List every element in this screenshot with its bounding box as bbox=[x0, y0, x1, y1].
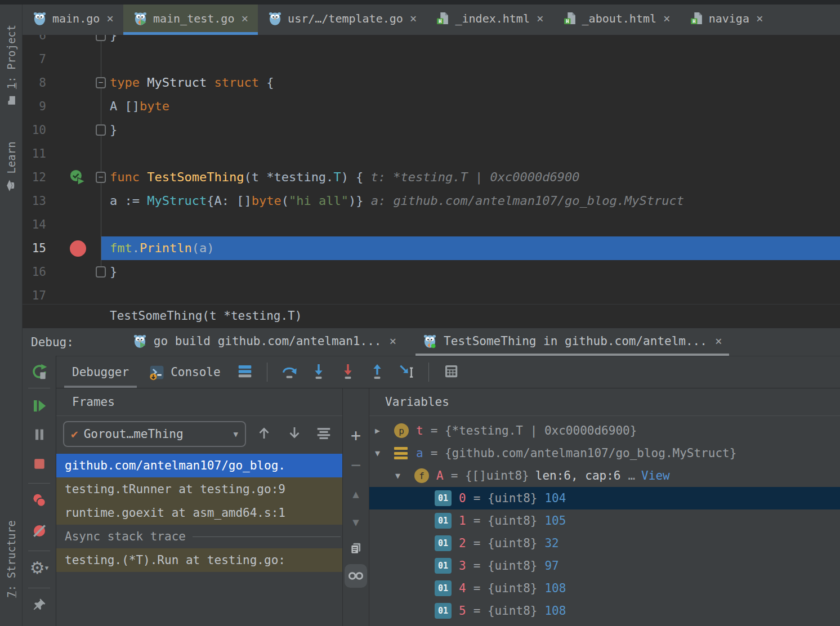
force-step-into-button[interactable] bbox=[335, 359, 361, 385]
tool-window-rail: 1: Project Learn 7: Structure bbox=[0, 5, 23, 626]
tab-close-icon[interactable]: × bbox=[410, 12, 417, 25]
step-over-button[interactable] bbox=[276, 359, 302, 385]
structure-rail-label: 7: Structure bbox=[5, 520, 17, 597]
step-out-button[interactable] bbox=[364, 359, 390, 385]
breakpoint-icon[interactable] bbox=[68, 236, 88, 260]
pause-button[interactable] bbox=[32, 427, 47, 445]
variable-row-4[interactable]: 014= {uint8}108 bbox=[369, 577, 840, 600]
run-test-icon[interactable] bbox=[68, 166, 88, 189]
variable-value: = {uint8} bbox=[473, 536, 538, 550]
fold-marker-icon[interactable] bbox=[96, 266, 106, 278]
resume-button[interactable] bbox=[31, 397, 48, 417]
code-text: type MyStruct struct { bbox=[110, 71, 274, 95]
editor-tab-main_test.go[interactable]: main_test.go× bbox=[123, 5, 258, 35]
breadcrumb-function[interactable]: TestSomeThing(t *testing.T) bbox=[110, 309, 302, 323]
tab-close-icon[interactable]: × bbox=[106, 12, 114, 25]
tab-close-icon[interactable]: × bbox=[663, 12, 671, 25]
debug-session-tab-test-some-thing[interactable]: TestSomeThing in github.com/antelm... × bbox=[415, 328, 729, 356]
code-line-14: 14 bbox=[23, 213, 840, 236]
previous-frame-button[interactable] bbox=[254, 424, 274, 444]
settings-button[interactable]: ⚙▾ bbox=[30, 560, 48, 576]
close-icon[interactable]: × bbox=[715, 334, 722, 348]
next-frame-button[interactable] bbox=[285, 424, 304, 444]
hide-frames-button[interactable] bbox=[314, 424, 333, 444]
toolbar-separator bbox=[28, 483, 50, 484]
code-text: } bbox=[110, 118, 117, 142]
close-icon[interactable]: × bbox=[389, 334, 396, 348]
fold-marker-icon[interactable]: − bbox=[96, 172, 106, 183]
stack-lines-icon bbox=[315, 424, 332, 444]
code-text: } bbox=[110, 35, 117, 47]
code-editor[interactable]: 6}78−type MyStruct struct {9 A []byte10}… bbox=[23, 35, 840, 304]
variable-row-0[interactable]: 010= {uint8}104 bbox=[369, 487, 840, 509]
variable-name: 4 bbox=[459, 582, 466, 595]
threads-layout-button[interactable] bbox=[232, 359, 258, 385]
stack-frame-row[interactable]: runtime.goexit at asm_amd64.s:1 bbox=[56, 501, 342, 525]
step-into-icon bbox=[310, 362, 328, 382]
variables-side-toolbar: + − ▲ ▼ bbox=[342, 388, 369, 626]
variable-row-A[interactable]: ▼fA= {[]uint8}len:6, cap:6…View bbox=[369, 464, 840, 487]
move-watch-up-button[interactable]: ▲ bbox=[352, 488, 359, 500]
tab-close-icon[interactable]: × bbox=[241, 12, 248, 25]
view-breakpoints-icon bbox=[31, 492, 48, 511]
variable-value: = {[]uint8} bbox=[451, 469, 529, 482]
show-watches-button[interactable] bbox=[345, 564, 367, 588]
view-link[interactable]: View bbox=[641, 469, 670, 482]
binary-value-icon: 01 bbox=[435, 603, 452, 619]
editor-tab-_index.html[interactable]: H_index.html× bbox=[426, 5, 553, 35]
gopher-icon bbox=[133, 11, 148, 26]
variable-value: = {uint8} bbox=[473, 559, 538, 573]
step-into-button[interactable] bbox=[306, 359, 332, 385]
frames-panel: Frames ✔ Gorout…meThing ▼ github.com/ant… bbox=[56, 388, 342, 626]
code-text: A []byte bbox=[110, 95, 169, 118]
tab-debugger[interactable]: Debugger bbox=[64, 356, 137, 388]
value-ellipsis: … bbox=[628, 469, 635, 482]
stack-frame-row[interactable]: testing.tRunner at testing.go:9 bbox=[56, 477, 342, 501]
collapse-arrow-icon[interactable]: ▼ bbox=[395, 471, 414, 481]
arrow-up-icon bbox=[256, 424, 272, 444]
tab-close-icon[interactable]: × bbox=[756, 12, 763, 25]
variable-row-2[interactable]: 012= {uint8}32 bbox=[369, 532, 840, 555]
remove-watch-button[interactable]: − bbox=[351, 455, 361, 475]
fold-marker-icon[interactable]: − bbox=[96, 77, 106, 88]
mute-breakpoints-button[interactable] bbox=[31, 522, 48, 542]
view-breakpoints-button[interactable] bbox=[31, 492, 48, 511]
variable-name: 1 bbox=[459, 514, 466, 527]
duplicate-watch-button[interactable] bbox=[348, 540, 364, 558]
pin-tab-button[interactable] bbox=[32, 597, 47, 615]
editor-tab-_about.html[interactable]: H_about.html× bbox=[553, 5, 680, 35]
breadcrumb[interactable]: TestSomeThing(t *testing.T) bbox=[23, 304, 840, 328]
arrow-down-icon bbox=[286, 424, 303, 444]
tab-close-icon[interactable]: × bbox=[537, 12, 544, 25]
variable-row-3[interactable]: 013= {uint8}97 bbox=[369, 555, 840, 577]
stack-frame-row[interactable]: testing.(*T).Run at testing.go: bbox=[56, 548, 342, 572]
add-watch-button[interactable]: + bbox=[351, 426, 361, 445]
variable-row-t[interactable]: ▶pt= {*testing.T | 0xc0000d6900} bbox=[369, 419, 840, 442]
fold-marker-icon[interactable] bbox=[96, 35, 106, 41]
step-out-icon bbox=[368, 362, 386, 382]
run-to-cursor-button[interactable] bbox=[394, 359, 419, 385]
variable-row-a[interactable]: ▼a= {github.com/antelman107/go_blog.MySt… bbox=[369, 442, 840, 464]
collapse-arrow-icon[interactable]: ▼ bbox=[375, 448, 394, 458]
thread-selector-dropdown[interactable]: ✔ Gorout…meThing ▼ bbox=[63, 421, 246, 447]
move-watch-down-button[interactable]: ▼ bbox=[352, 516, 359, 528]
expand-arrow-icon[interactable]: ▶ bbox=[375, 426, 394, 436]
stack-frame-row[interactable]: github.com/antelman107/go_blog. bbox=[56, 454, 342, 477]
debug-session-tab-go-build[interactable]: go build github.com/antelman1... × bbox=[126, 328, 403, 356]
editor-tab-naviga[interactable]: Hnaviga× bbox=[680, 5, 773, 35]
mute-breakpoints-icon bbox=[31, 522, 48, 542]
editor-tab-usr-template.go[interactable]: usr/…/template.go× bbox=[258, 5, 426, 35]
variable-row-5[interactable]: 015= {uint8}108 bbox=[369, 600, 840, 622]
variable-value: = {uint8} bbox=[473, 514, 538, 527]
evaluate-grid-button[interactable] bbox=[438, 359, 464, 385]
fold-marker-icon[interactable] bbox=[96, 124, 106, 136]
variable-row-1[interactable]: 011= {uint8}105 bbox=[369, 509, 840, 532]
stop-button[interactable] bbox=[32, 456, 47, 474]
editor-tab-main.go[interactable]: main.go× bbox=[23, 5, 123, 35]
tab-console[interactable]: Console bbox=[140, 356, 229, 388]
svg-text:H: H bbox=[439, 18, 442, 24]
gopher-run-icon bbox=[132, 333, 148, 348]
line-number: 12 bbox=[23, 166, 46, 189]
rerun-button[interactable] bbox=[30, 363, 48, 383]
console-tab-label: Console bbox=[171, 365, 221, 379]
